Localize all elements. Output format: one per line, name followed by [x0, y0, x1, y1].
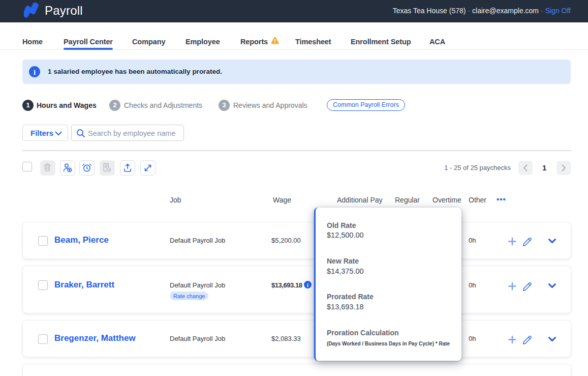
svg-text:i: i: [34, 68, 36, 76]
svg-text:i: i: [307, 282, 308, 288]
